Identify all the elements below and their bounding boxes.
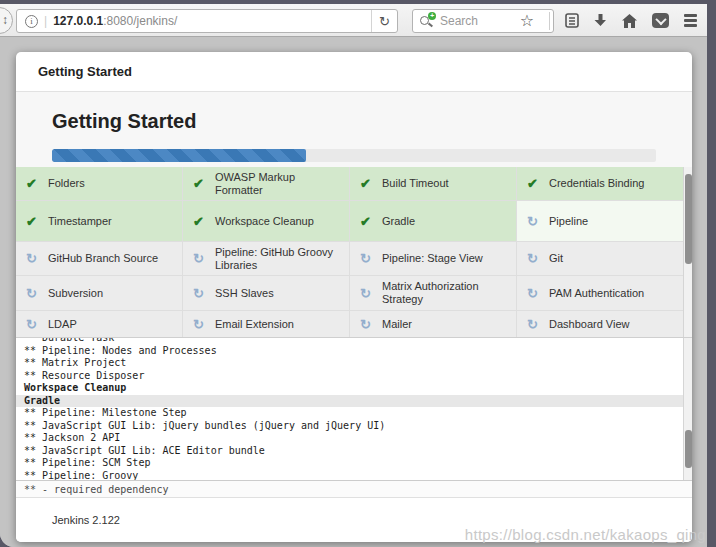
spinner-icon: ↻ bbox=[193, 252, 207, 265]
plugin-cell: ↻ Matrix Authorization Strategy bbox=[350, 276, 516, 310]
console-log-line: ** Pipeline: Nodes and Processes bbox=[24, 345, 692, 358]
spinner-icon: ↻ bbox=[527, 215, 541, 228]
plugin-name-label: Folders bbox=[48, 177, 85, 190]
plugin-cell: ✔ Gradle bbox=[350, 201, 516, 241]
plugin-cell: ✔ Timestamper bbox=[16, 201, 182, 241]
required-dependency-note: ** - required dependency bbox=[16, 480, 692, 498]
plugin-cell: ↻ PAM Authentication bbox=[517, 276, 683, 310]
plugin-name-label: Workspace Cleanup bbox=[215, 215, 314, 228]
downloads-icon[interactable] bbox=[594, 14, 607, 28]
console-log-line: ** JavaScript GUI Lib: ACE Editor bundle bbox=[24, 445, 692, 458]
url-text[interactable]: 127.0.0.1:8080/jenkins/ bbox=[53, 14, 371, 28]
plugin-name-label: OWASP Markup Formatter bbox=[215, 171, 343, 197]
spinner-icon: ↻ bbox=[26, 318, 40, 331]
console-log-line: ** Pipeline: Groovy bbox=[24, 470, 692, 481]
spinner-icon: ↻ bbox=[26, 252, 40, 265]
spinner-icon: ↻ bbox=[360, 252, 374, 265]
plugin-cell: ↻ LDAP bbox=[16, 311, 182, 337]
check-icon: ✔ bbox=[193, 215, 207, 228]
search-add-engine-badge: + bbox=[428, 12, 436, 20]
spinner-icon: ↻ bbox=[360, 287, 374, 300]
console-log-line: ** Pipeline: Milestone Step bbox=[24, 407, 692, 420]
plugin-cell: ↻ Pipeline: GitHub Groovy Libraries bbox=[183, 242, 349, 275]
plugin-name-label: Mailer bbox=[382, 318, 412, 331]
home-icon[interactable] bbox=[622, 14, 637, 28]
plugin-name-label: Email Extension bbox=[215, 318, 294, 331]
back-button[interactable]: ↕ bbox=[0, 7, 13, 34]
console-log-line: ** Jackson 2 API bbox=[24, 432, 692, 445]
check-icon: ✔ bbox=[527, 177, 541, 190]
spinner-icon: ↻ bbox=[26, 287, 40, 300]
check-icon: ✔ bbox=[360, 177, 374, 190]
plugin-name-label: Dashboard View bbox=[549, 318, 630, 331]
plugin-cell: ↻ Git bbox=[517, 242, 683, 275]
console-scrollbar-thumb[interactable] bbox=[685, 430, 692, 468]
toolbar-divider bbox=[549, 12, 550, 30]
bookmarks-menu-icon[interactable] bbox=[565, 13, 579, 28]
check-icon: ✔ bbox=[193, 177, 207, 190]
console-log-line: ** Matrix Project bbox=[24, 357, 692, 370]
console-log-line: ** Resource Disposer bbox=[24, 370, 692, 383]
plugin-grid: ✔ Folders ✔ OWASP Markup Formatter ✔ Bui… bbox=[16, 167, 683, 337]
plugin-name-label: Git bbox=[549, 252, 563, 265]
plugin-name-label: Build Timeout bbox=[382, 177, 449, 190]
console-scrollbar[interactable] bbox=[683, 338, 692, 480]
plugin-cell: ↻ GitHub Branch Source bbox=[16, 242, 182, 275]
plugin-name-label: Subversion bbox=[48, 287, 103, 300]
plugin-name-label: Timestamper bbox=[48, 215, 112, 228]
plugin-cell: ↻ Mailer bbox=[350, 311, 516, 337]
check-icon: ✔ bbox=[26, 177, 40, 190]
menu-icon[interactable] bbox=[684, 14, 697, 27]
plugin-cell: ✔ Credentials Binding bbox=[517, 167, 683, 200]
url-bar[interactable]: i | 127.0.0.1:8080/jenkins/ ↻ bbox=[16, 9, 398, 33]
getting-started-dialog: Getting Started Getting Started ✔ Folder… bbox=[16, 52, 692, 542]
bookmark-star-icon[interactable]: ☆ bbox=[520, 13, 534, 29]
install-progress-bar bbox=[52, 149, 656, 162]
pocket-icon[interactable] bbox=[652, 13, 669, 28]
plugin-grid-scrollbar-thumb[interactable] bbox=[685, 174, 692, 264]
plugin-name-label: LDAP bbox=[48, 318, 77, 331]
url-path: :8080/jenkins/ bbox=[103, 14, 177, 28]
page-title: Getting Started bbox=[52, 110, 196, 133]
plugin-status-panel: ✔ Folders ✔ OWASP Markup Formatter ✔ Bui… bbox=[16, 167, 692, 337]
site-info-icon[interactable]: i bbox=[25, 15, 38, 28]
check-icon: ✔ bbox=[26, 215, 40, 228]
plugin-name-label: Gradle bbox=[382, 215, 415, 228]
plugin-cell: ✔ Folders bbox=[16, 167, 182, 200]
plugin-cell: ✔ Build Timeout bbox=[350, 167, 516, 200]
plugin-cell: ✔ OWASP Markup Formatter bbox=[183, 167, 349, 200]
jenkins-page-background: Getting Started Getting Started ✔ Folder… bbox=[0, 38, 707, 547]
console-log-line: Workspace Cleanup bbox=[24, 382, 692, 395]
reload-button[interactable]: ↻ bbox=[371, 10, 397, 32]
url-host: 127.0.0.1 bbox=[53, 14, 103, 28]
spinner-icon: ↻ bbox=[527, 318, 541, 331]
console-log-line: Gradle bbox=[16, 395, 692, 408]
install-console-log: ** Durable Task ** Pipeline: Nodes and P… bbox=[16, 337, 692, 480]
plugin-name-label: SSH Slaves bbox=[215, 287, 274, 300]
plugin-cell: ↻ Email Extension bbox=[183, 311, 349, 337]
search-icon[interactable]: + bbox=[420, 14, 436, 28]
console-log-line: ** Pipeline: SCM Step bbox=[24, 457, 692, 470]
plugin-cell: ↻ Pipeline bbox=[517, 201, 683, 241]
plugin-cell: ↻ SSH Slaves bbox=[183, 276, 349, 310]
browser-toolbar: ↕ i | 127.0.0.1:8080/jenkins/ ↻ + ☆ bbox=[0, 4, 707, 37]
plugin-name-label: Matrix Authorization Strategy bbox=[382, 280, 510, 306]
plugin-name-label: Credentials Binding bbox=[549, 177, 644, 190]
check-icon: ✔ bbox=[360, 215, 374, 228]
dialog-title: Getting Started bbox=[16, 52, 692, 92]
plugin-cell: ✔ Workspace Cleanup bbox=[183, 201, 349, 241]
csdn-watermark: https://blog.csdn.net/kakaops_qing bbox=[465, 526, 706, 543]
plugin-cell: ↻ Pipeline: Stage View bbox=[350, 242, 516, 275]
spinner-icon: ↻ bbox=[360, 318, 374, 331]
plugin-name-label: PAM Authentication bbox=[549, 287, 644, 300]
plugin-grid-scrollbar[interactable] bbox=[683, 167, 692, 337]
plugin-name-label: GitHub Branch Source bbox=[48, 252, 158, 265]
plugin-name-label: Pipeline bbox=[549, 215, 588, 228]
plugin-cell: ↻ Subversion bbox=[16, 276, 182, 310]
reload-icon: ↻ bbox=[379, 14, 390, 29]
console-log-line: ** JavaScript GUI Lib: jQuery bundles (j… bbox=[24, 420, 692, 433]
hero-section: Getting Started bbox=[16, 92, 692, 167]
url-separator: | bbox=[44, 14, 47, 28]
jenkins-version-label: Jenkins 2.122 bbox=[52, 514, 120, 526]
spinner-icon: ↻ bbox=[193, 287, 207, 300]
